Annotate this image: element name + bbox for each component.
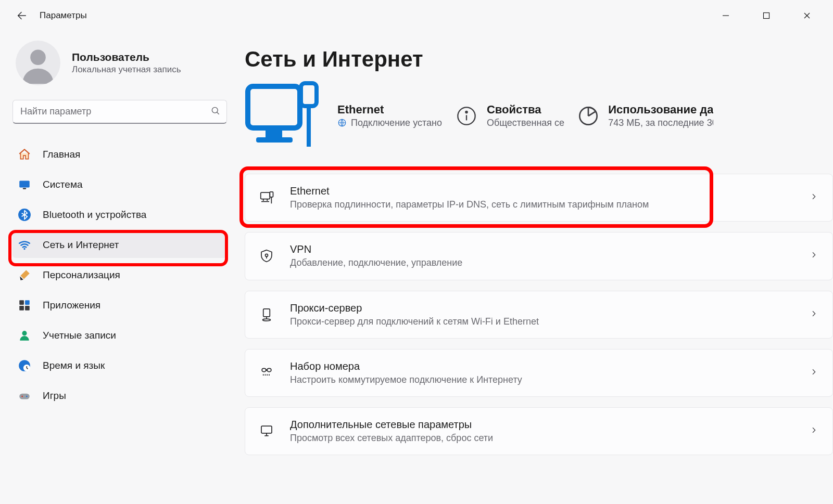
sidebar-item-label: Bluetooth и устройства xyxy=(43,209,146,221)
home-icon xyxy=(17,147,32,162)
svg-rect-23 xyxy=(266,128,282,137)
sidebar-nav: Главная Система Bluetooth и устройства С… xyxy=(12,141,227,409)
svg-rect-15 xyxy=(25,306,30,311)
connection-status[interactable]: Ethernet Подключение устано xyxy=(337,103,442,130)
search-input[interactable] xyxy=(12,100,227,124)
svg-rect-22 xyxy=(248,86,300,128)
user-subtitle: Локальная учетная запись xyxy=(72,64,181,75)
svg-rect-34 xyxy=(261,192,270,199)
chevron-right-icon xyxy=(810,192,818,203)
page-title: Сеть и Интернет xyxy=(245,47,833,72)
svg-rect-25 xyxy=(301,83,317,106)
chevron-right-icon xyxy=(810,251,818,261)
sidebar-item-personalization[interactable]: Персонализация xyxy=(12,262,227,288)
list-item-sub: Просмотр всех сетевых адаптеров, сброс с… xyxy=(290,432,493,444)
svg-point-44 xyxy=(263,319,271,321)
user-text: Пользователь Локальная учетная запись xyxy=(72,51,181,75)
svg-point-21 xyxy=(26,396,28,397)
sidebar-item-label: Приложения xyxy=(43,300,100,311)
search-icon xyxy=(210,106,221,118)
minimize-icon xyxy=(722,11,730,20)
list-item-advanced[interactable]: Дополнительные сетевые параметры Просмот… xyxy=(245,407,833,455)
list-item-sub: Настроить коммутируемое подключение к Ин… xyxy=(290,373,522,386)
svg-point-40 xyxy=(266,254,268,257)
app-title: Параметры xyxy=(40,10,87,21)
svg-line-33 xyxy=(588,112,595,116)
sidebar-item-apps[interactable]: Приложения xyxy=(12,292,227,318)
svg-point-20 xyxy=(21,396,23,397)
svg-line-7 xyxy=(217,112,219,114)
system-icon xyxy=(17,177,32,192)
user-name: Пользователь xyxy=(72,51,181,63)
svg-point-6 xyxy=(212,107,218,113)
list-item-vpn[interactable]: VPN Добавление, подключение, управление xyxy=(245,232,833,280)
svg-rect-49 xyxy=(261,426,272,433)
main-content: Сеть и Интернет Ethernet Подключение уст… xyxy=(239,31,833,504)
list-item-title: Набор номера xyxy=(290,360,522,372)
apps-icon xyxy=(17,298,32,313)
list-item-dialup[interactable]: Набор номера Настроить коммутируемое под… xyxy=(245,349,833,397)
sidebar-item-games[interactable]: Игры xyxy=(12,383,227,409)
data-usage-link[interactable]: Использование данн 743 МБ, за последние … xyxy=(578,103,713,130)
close-button[interactable] xyxy=(792,0,822,31)
sidebar-item-accounts[interactable]: Учетные записи xyxy=(12,322,227,348)
network-status-row: Ethernet Подключение устано Свойства Общ… xyxy=(245,80,833,152)
svg-rect-24 xyxy=(256,137,293,143)
svg-point-30 xyxy=(465,111,467,113)
chevron-right-icon xyxy=(810,368,818,378)
titlebar: Параметры xyxy=(0,0,833,31)
sidebar-item-home[interactable]: Главная xyxy=(12,141,227,167)
usage-sub: 743 МБ, за последние 30 xyxy=(608,117,713,129)
globe-icon xyxy=(337,118,347,127)
gamepad-icon xyxy=(17,388,32,404)
person-icon xyxy=(16,41,60,85)
back-button[interactable] xyxy=(11,5,32,26)
connection-name: Ethernet xyxy=(337,103,442,117)
sidebar-item-network[interactable]: Сеть и Интернет xyxy=(12,232,227,258)
svg-rect-42 xyxy=(263,308,270,316)
svg-rect-19 xyxy=(19,394,30,399)
list-item-proxy[interactable]: Прокси-сервер Прокси-сервер для подключе… xyxy=(245,291,833,339)
sidebar-item-system[interactable]: Система xyxy=(12,172,227,198)
globe-clock-icon xyxy=(17,358,32,373)
svg-point-5 xyxy=(30,49,46,65)
svg-rect-13 xyxy=(25,300,30,305)
usage-label: Использование данн xyxy=(608,103,713,117)
arrow-left-icon xyxy=(16,10,28,21)
connection-sub: Подключение устано xyxy=(337,117,442,129)
user-block[interactable]: Пользователь Локальная учетная запись xyxy=(12,41,227,85)
minimize-button[interactable] xyxy=(711,0,740,31)
maximize-button[interactable] xyxy=(752,0,781,31)
proxy-icon xyxy=(257,305,276,325)
list-item-ethernet[interactable]: Ethernet Проверка подлинности, параметры… xyxy=(245,174,833,222)
sidebar-item-label: Время и язык xyxy=(43,360,105,371)
user-icon xyxy=(17,328,32,343)
sidebar: Пользователь Локальная учетная запись Гл… xyxy=(0,31,239,504)
svg-rect-2 xyxy=(764,13,769,19)
list-item-title: VPN xyxy=(290,243,462,255)
properties-link[interactable]: Свойства Общественная се xyxy=(456,103,564,130)
svg-point-16 xyxy=(22,331,27,335)
sidebar-item-label: Учетные записи xyxy=(43,330,116,341)
maximize-icon xyxy=(763,12,770,19)
sidebar-item-label: Персонализация xyxy=(43,269,120,281)
settings-list: Ethernet Проверка подлинности, параметры… xyxy=(245,174,833,455)
svg-rect-38 xyxy=(270,192,273,197)
bluetooth-icon xyxy=(17,207,32,223)
properties-sub: Общественная се xyxy=(487,117,564,129)
properties-label: Свойства xyxy=(487,103,564,117)
window-controls xyxy=(711,0,828,31)
monitor-icon xyxy=(257,421,276,441)
sidebar-item-label: Главная xyxy=(43,149,80,160)
sidebar-item-time-language[interactable]: Время и язык xyxy=(12,353,227,379)
svg-rect-12 xyxy=(19,300,24,305)
sidebar-item-bluetooth[interactable]: Bluetooth и устройства xyxy=(12,202,227,228)
sidebar-item-label: Сеть и Интернет xyxy=(43,239,119,251)
brush-icon xyxy=(17,267,32,283)
avatar xyxy=(16,41,60,85)
sidebar-item-label: Система xyxy=(43,179,83,190)
ethernet-icon xyxy=(257,188,276,208)
phone-icon xyxy=(257,363,276,383)
list-item-sub: Добавление, подключение, управление xyxy=(290,256,462,269)
chevron-right-icon xyxy=(810,426,818,436)
